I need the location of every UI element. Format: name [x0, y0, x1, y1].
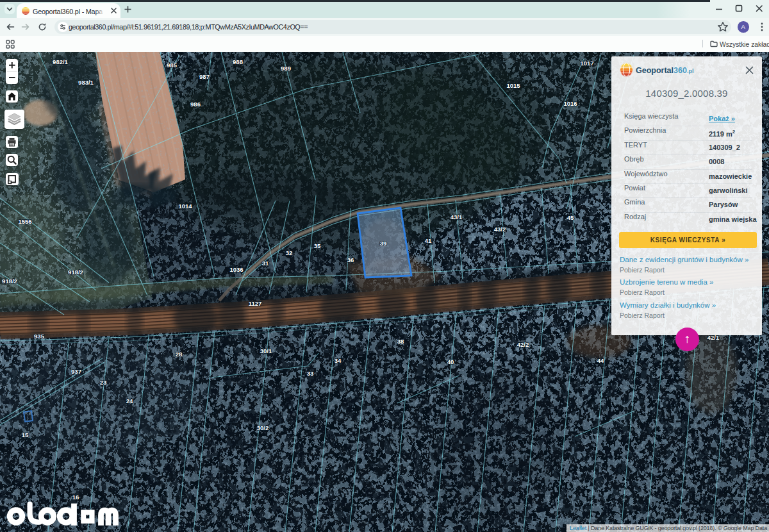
svg-text:35: 35 [314, 242, 321, 249]
svg-text:1015: 1015 [506, 82, 520, 89]
svg-text:28: 28 [176, 351, 183, 358]
svg-text:36: 36 [347, 256, 354, 263]
svg-text:918/2: 918/2 [68, 269, 83, 276]
svg-text:45: 45 [567, 214, 574, 221]
svg-text:1016: 1016 [563, 100, 577, 107]
svg-text:43/2: 43/2 [494, 226, 506, 233]
svg-text:24: 24 [126, 397, 133, 404]
svg-text:1017: 1017 [580, 60, 593, 67]
svg-text:988: 988 [233, 58, 243, 65]
svg-text:16: 16 [72, 494, 79, 501]
svg-text:918/2: 918/2 [2, 278, 17, 285]
svg-text:987: 987 [199, 73, 210, 80]
svg-text:982/1: 982/1 [53, 58, 68, 65]
svg-text:30/2: 30/2 [257, 424, 269, 431]
svg-text:44: 44 [597, 357, 604, 364]
svg-text:1014: 1014 [178, 203, 192, 210]
svg-text:34: 34 [335, 357, 342, 364]
svg-text:985: 985 [167, 62, 178, 69]
svg-text:986: 986 [190, 101, 201, 108]
svg-text:937: 937 [71, 368, 81, 375]
svg-text:31: 31 [262, 260, 269, 267]
svg-text:30/1: 30/1 [260, 347, 272, 354]
svg-text:989: 989 [281, 65, 291, 72]
svg-text:1127: 1127 [249, 300, 262, 307]
svg-text:41: 41 [425, 237, 432, 244]
svg-text:983/1: 983/1 [78, 79, 94, 86]
svg-text:33: 33 [307, 370, 314, 377]
svg-text:39: 39 [380, 240, 387, 247]
svg-text:32: 32 [286, 249, 293, 256]
svg-text:935: 935 [34, 333, 45, 340]
svg-text:23: 23 [100, 379, 107, 386]
svg-text:15: 15 [22, 431, 29, 438]
svg-text:1036: 1036 [229, 266, 243, 273]
svg-text:43/1: 43/1 [451, 213, 463, 220]
svg-text:38: 38 [397, 338, 404, 345]
svg-text:42/2: 42/2 [517, 341, 529, 348]
svg-text:1556: 1556 [18, 218, 31, 225]
svg-text:40: 40 [447, 358, 454, 365]
